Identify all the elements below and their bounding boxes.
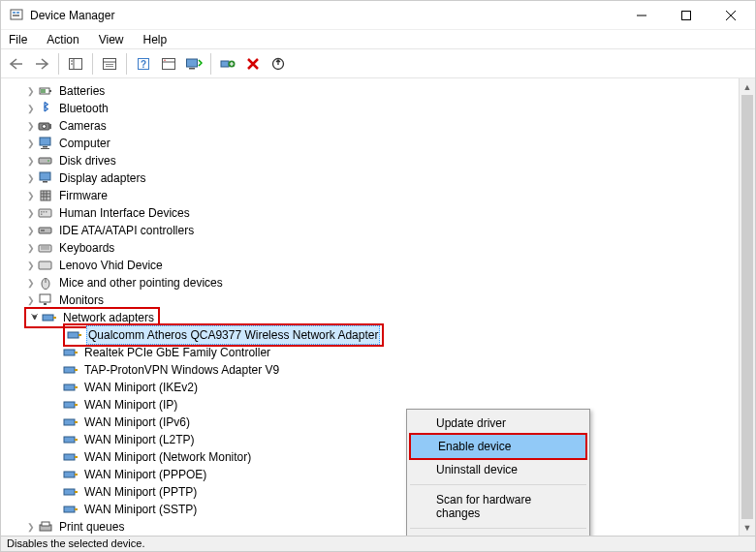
- category-icon: [38, 84, 53, 98]
- tree-category[interactable]: ❯IDE ATA/ATAPI controllers: [5, 222, 739, 239]
- tree-category[interactable]: ❯Cameras: [5, 117, 739, 135]
- expand-arrow[interactable]: ❯: [24, 239, 38, 257]
- tree-category[interactable]: ❯Disk drives: [5, 152, 739, 169]
- svg-rect-57: [40, 294, 50, 302]
- expand-arrow[interactable]: ❯: [24, 274, 38, 291]
- tree-device[interactable]: WAN Miniport (Network Monitor): [5, 448, 739, 466]
- menu-action[interactable]: Action: [43, 31, 82, 48]
- category-icon: [38, 276, 53, 290]
- expand-arrow[interactable]: ⮟: [28, 309, 42, 326]
- tree-device[interactable]: Qualcomm Atheros QCA9377 Wireless Networ…: [5, 326, 739, 344]
- device-tree[interactable]: ❯Batteries❯Bluetooth❯Cameras❯Computer❯Di…: [1, 78, 739, 536]
- close-button[interactable]: [709, 1, 753, 30]
- category-label[interactable]: Disk drives: [57, 152, 118, 169]
- category-label[interactable]: Batteries: [57, 82, 107, 100]
- category-label[interactable]: Keyboards: [57, 239, 116, 257]
- scroll-up-button[interactable]: ▲: [740, 78, 755, 95]
- expand-arrow[interactable]: ❯: [24, 152, 38, 169]
- expand-arrow[interactable]: ❯: [24, 169, 38, 187]
- tree-category[interactable]: ❯Firmware: [5, 187, 739, 204]
- device-label[interactable]: WAN Miniport (L2TP): [82, 431, 197, 448]
- tree-device[interactable]: WAN Miniport (IPv6): [5, 414, 739, 431]
- scroll-thumb[interactable]: [741, 95, 753, 519]
- menu-update-driver[interactable]: Update driver: [409, 412, 587, 435]
- action-button[interactable]: [157, 52, 180, 76]
- disable-button[interactable]: [241, 52, 265, 76]
- scroll-down-button[interactable]: ▼: [740, 519, 755, 536]
- expand-arrow[interactable]: ❯: [24, 187, 38, 204]
- vertical-scrollbar[interactable]: ▲ ▼: [739, 78, 755, 536]
- forward-button[interactable]: [30, 52, 53, 76]
- tree-category[interactable]: ❯Lenovo Vhid Device: [5, 257, 739, 274]
- menu-scan-hardware[interactable]: Scan for hardware changes: [409, 488, 587, 525]
- menu-file[interactable]: File: [5, 31, 31, 48]
- category-label[interactable]: Computer: [57, 135, 112, 152]
- tree-device[interactable]: WAN Miniport (PPPOE): [5, 466, 739, 483]
- tree-category[interactable]: ❯Keyboards: [5, 239, 739, 257]
- menu-view[interactable]: View: [95, 31, 128, 48]
- category-label[interactable]: Bluetooth: [57, 100, 110, 117]
- help-button[interactable]: ?: [132, 52, 155, 76]
- enable-button[interactable]: [216, 52, 239, 76]
- back-button[interactable]: [5, 52, 28, 76]
- expand-arrow[interactable]: ❯: [24, 222, 38, 239]
- category-label[interactable]: Mice and other pointing devices: [57, 274, 225, 291]
- svg-rect-80: [75, 491, 78, 493]
- svg-rect-82: [75, 508, 78, 510]
- menu-enable-device[interactable]: Enable device: [411, 435, 585, 458]
- category-label[interactable]: Cameras: [57, 117, 109, 135]
- expand-arrow[interactable]: ❯: [24, 518, 38, 536]
- minimize-button[interactable]: [619, 1, 664, 30]
- device-label[interactable]: WAN Miniport (PPPOE): [82, 466, 208, 483]
- tree-device[interactable]: TAP-ProtonVPN Windows Adapter V9: [5, 361, 739, 379]
- category-icon: [38, 224, 53, 237]
- properties-button[interactable]: [98, 52, 121, 76]
- tree-device[interactable]: WAN Miniport (SSTP): [5, 501, 739, 518]
- menu-properties[interactable]: Properties: [409, 532, 587, 536]
- svg-rect-38: [43, 181, 47, 183]
- category-label[interactable]: Display adapters: [57, 169, 147, 187]
- menu-uninstall-device[interactable]: Uninstall device: [409, 458, 587, 481]
- expand-arrow[interactable]: ❯: [24, 100, 38, 117]
- tree-category[interactable]: ❯Computer: [5, 135, 739, 152]
- category-label[interactable]: Lenovo Vhid Device: [57, 257, 165, 274]
- tree-category[interactable]: ❯Print queues: [5, 518, 739, 536]
- menu-help[interactable]: Help: [140, 31, 172, 48]
- expand-arrow[interactable]: ❯: [24, 135, 38, 152]
- tree-device[interactable]: WAN Miniport (IKEv2): [5, 379, 739, 396]
- show-hide-tree-button[interactable]: [64, 52, 87, 76]
- expand-arrow[interactable]: ❯: [24, 117, 38, 135]
- expand-arrow[interactable]: ❯: [24, 82, 38, 100]
- device-label[interactable]: WAN Miniport (IP): [82, 396, 179, 414]
- category-icon: [38, 206, 53, 220]
- titlebar: Device Manager: [1, 1, 755, 30]
- expand-arrow[interactable]: ❯: [24, 204, 38, 222]
- tree-category[interactable]: ❯Display adapters: [5, 169, 739, 187]
- tree-category[interactable]: ❯Human Interface Devices: [5, 204, 739, 222]
- category-icon: [38, 189, 53, 202]
- device-label[interactable]: Qualcomm Atheros QCA9377 Wireless Networ…: [86, 325, 380, 345]
- tree-device[interactable]: WAN Miniport (IP): [5, 396, 739, 414]
- svg-rect-75: [64, 454, 75, 460]
- device-label[interactable]: WAN Miniport (PPTP): [82, 483, 199, 501]
- tree-device[interactable]: WAN Miniport (L2TP): [5, 431, 739, 448]
- maximize-button[interactable]: [664, 1, 709, 30]
- category-label[interactable]: IDE ATA/ATAPI controllers: [57, 222, 196, 239]
- uninstall-button[interactable]: [267, 52, 290, 76]
- category-label[interactable]: Human Interface Devices: [57, 204, 192, 222]
- svg-rect-47: [46, 211, 47, 213]
- tree-device[interactable]: WAN Miniport (PPTP): [5, 483, 739, 501]
- tree-category[interactable]: ❯Bluetooth: [5, 100, 739, 117]
- scan-hardware-button[interactable]: [182, 52, 205, 76]
- category-label[interactable]: Firmware: [57, 187, 110, 204]
- tree-category[interactable]: ❯Mice and other pointing devices: [5, 274, 739, 291]
- device-label[interactable]: WAN Miniport (IPv6): [82, 414, 192, 431]
- device-label[interactable]: Realtek PCIe GbE Family Controller: [82, 344, 272, 361]
- expand-arrow[interactable]: ❯: [24, 257, 38, 274]
- device-label[interactable]: WAN Miniport (IKEv2): [82, 379, 200, 396]
- category-label[interactable]: Print queues: [57, 518, 126, 536]
- device-label[interactable]: TAP-ProtonVPN Windows Adapter V9: [82, 361, 281, 379]
- tree-category[interactable]: ❯Batteries: [5, 82, 739, 100]
- device-label[interactable]: WAN Miniport (SSTP): [82, 501, 199, 518]
- device-label[interactable]: WAN Miniport (Network Monitor): [82, 448, 253, 466]
